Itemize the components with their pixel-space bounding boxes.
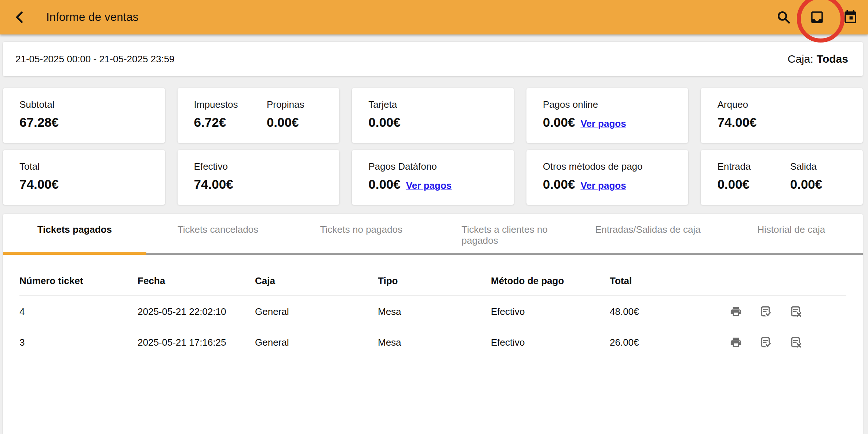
ver-pagos-link[interactable]: Ver pagos <box>406 180 452 191</box>
tab-tickets-pagados[interactable]: Tickets pagados <box>3 214 146 255</box>
ticket-cancel-button[interactable] <box>790 305 802 318</box>
col-tipo: Tipo <box>378 266 491 296</box>
inbox-icon <box>809 10 825 25</box>
card-value: 67.28€ <box>19 115 59 130</box>
ver-pagos-link[interactable]: Ver pagos <box>580 118 626 129</box>
card-otros-metodos: Otros métodos de pago 0.00€ Ver pagos <box>526 150 689 205</box>
ticket-cancel-button[interactable] <box>790 336 802 349</box>
date-picker-button[interactable] <box>842 9 858 25</box>
col-fecha: Fecha <box>138 266 255 296</box>
card-label: Efectivo <box>194 161 332 172</box>
caja-value: Todas <box>817 53 848 65</box>
page-title: Informe de ventas <box>46 11 139 24</box>
card-total: Total 74.00€ <box>3 150 165 205</box>
cell-caja: General <box>255 296 378 327</box>
display-mode-button[interactable] <box>809 9 825 25</box>
card-value: 6.72€ <box>194 115 226 130</box>
back-button[interactable] <box>11 8 29 26</box>
card-label: Otros métodos de pago <box>543 161 681 172</box>
sales-report-screen: Informe de ventas <box>0 0 868 434</box>
appbar-actions <box>776 9 858 25</box>
card-label: Entrada <box>717 161 790 172</box>
row-actions <box>727 336 846 349</box>
card-label: Impuestos <box>194 99 267 110</box>
tickets-sheet: Tickets pagados Tickets cancelados Ticke… <box>3 214 863 434</box>
ticket-validate-button[interactable] <box>760 336 772 349</box>
filter-bar: 21-05-2025 00:00 - 21-05-2025 23:59 Caja… <box>3 42 863 76</box>
cell-tipo: Mesa <box>378 327 491 358</box>
tab-tickets-cancelados[interactable]: Tickets cancelados <box>146 214 290 255</box>
tab-entradas-salidas[interactable]: Entradas/Salidas de caja <box>576 214 720 255</box>
table-header-row: Número ticket Fecha Caja Tipo Método de … <box>19 266 846 296</box>
row-actions <box>727 305 846 318</box>
card-value: 74.00€ <box>717 115 756 130</box>
card-value: 0.00€ <box>267 115 299 130</box>
card-value: 74.00€ <box>194 177 233 192</box>
receipt-cancel-icon <box>790 305 802 318</box>
cell-fecha: 2025-05-21 22:02:10 <box>138 296 255 327</box>
card-label: Subtotal <box>19 99 157 110</box>
cell-tipo: Mesa <box>378 296 491 327</box>
cell-fecha: 2025-05-21 17:16:25 <box>138 327 255 358</box>
card-value: 0.00€ <box>790 177 823 192</box>
printer-icon <box>730 305 742 318</box>
ticket-validate-button[interactable] <box>760 305 772 318</box>
cell-numero: 4 <box>19 296 138 327</box>
card-value: 0.00€ <box>543 177 575 192</box>
col-caja: Caja <box>255 266 378 296</box>
card-label: Total <box>19 161 157 172</box>
card-label: Arqueo <box>717 99 855 110</box>
receipt-check-icon <box>760 305 772 318</box>
cell-numero: 3 <box>19 327 138 358</box>
print-ticket-button[interactable] <box>730 336 742 349</box>
active-tab-indicator <box>3 252 146 255</box>
tab-historial-caja[interactable]: Historial de caja <box>719 214 863 255</box>
col-actions <box>727 266 846 296</box>
cell-caja: General <box>255 327 378 358</box>
calendar-icon <box>843 10 858 25</box>
col-metodo-pago: Método de pago <box>491 266 610 296</box>
card-impuestos-propinas: Impuestos 6.72€ Propinas 0.00€ <box>178 88 340 143</box>
caja-label: Caja: <box>788 53 813 65</box>
card-label: Pagos online <box>543 99 681 110</box>
tab-tickets-no-pagados[interactable]: Tickets no pagados <box>289 214 433 255</box>
card-value: 74.00€ <box>19 177 59 192</box>
card-arqueo: Arqueo 74.00€ <box>701 88 863 143</box>
ticket-row[interactable]: 3 2025-05-21 17:16:25 General Mesa Efect… <box>19 327 846 358</box>
tab-tickets-clientes-no-pagados[interactable]: Tickets a clientes no pagados <box>433 214 576 255</box>
card-label: Pagos Datáfono <box>368 161 506 172</box>
cell-total: 26.00€ <box>610 327 727 358</box>
ver-pagos-link[interactable]: Ver pagos <box>580 180 626 191</box>
card-pagos-online: Pagos online 0.00€ Ver pagos <box>526 88 689 143</box>
cell-total: 48.00€ <box>610 296 727 327</box>
card-value: 0.00€ <box>368 115 401 130</box>
card-value: 0.00€ <box>543 115 575 130</box>
ticket-row[interactable]: 4 2025-05-21 22:02:10 General Mesa Efect… <box>19 296 846 327</box>
caja-selector: Caja:Todas <box>788 53 848 65</box>
date-range: 21-05-2025 00:00 - 21-05-2025 23:59 <box>15 54 175 65</box>
receipt-check-icon <box>760 336 772 349</box>
summary-cards: Subtotal 67.28€ Impuestos 6.72€ Propinas… <box>3 88 863 205</box>
card-value: 0.00€ <box>368 177 401 192</box>
printer-icon <box>730 336 742 349</box>
print-ticket-button[interactable] <box>730 305 742 318</box>
card-efectivo: Efectivo 74.00€ <box>178 150 340 205</box>
card-subtotal: Subtotal 67.28€ <box>3 88 165 143</box>
card-label: Tarjeta <box>368 99 506 110</box>
tickets-table: Número ticket Fecha Caja Tipo Método de … <box>19 266 846 358</box>
app-bar: Informe de ventas <box>0 0 868 34</box>
card-label: Salida <box>790 161 863 172</box>
chevron-left-icon <box>12 10 27 25</box>
search-icon <box>776 10 791 25</box>
receipt-cancel-icon <box>790 336 802 349</box>
cell-metodo: Efectivo <box>491 327 610 358</box>
card-label: Propinas <box>267 99 339 110</box>
card-entrada-salida: Entrada 0.00€ Salida 0.00€ <box>701 150 863 205</box>
card-pagos-datafono: Pagos Datáfono 0.00€ Ver pagos <box>352 150 514 205</box>
search-button[interactable] <box>776 9 792 25</box>
tab-strip: Tickets pagados Tickets cancelados Ticke… <box>3 214 863 255</box>
cell-metodo: Efectivo <box>491 296 610 327</box>
card-tarjeta: Tarjeta 0.00€ <box>352 88 514 143</box>
col-numero-ticket: Número ticket <box>19 266 138 296</box>
col-total: Total <box>610 266 727 296</box>
